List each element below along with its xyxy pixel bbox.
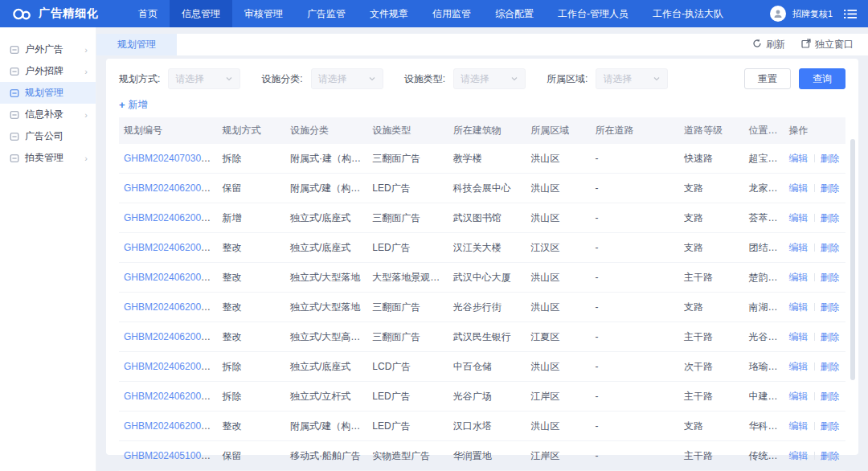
edit-link[interactable]: 编辑 bbox=[789, 331, 809, 342]
sidebar-item-0[interactable]: 户外广告› bbox=[0, 39, 96, 60]
cell-operations: 编辑删除 bbox=[784, 412, 845, 441]
cell-location: 超宝工... bbox=[743, 144, 784, 174]
reset-button[interactable]: 重置 bbox=[744, 68, 791, 89]
delete-link[interactable]: 删除 bbox=[821, 272, 840, 283]
column-header-1: 规划方式 bbox=[218, 117, 285, 144]
delete-link[interactable]: 删除 bbox=[821, 212, 840, 223]
username[interactable]: 招牌复核1 bbox=[792, 8, 833, 20]
plan-id-link[interactable]: GHBM202406200001 bbox=[124, 212, 217, 223]
sidebar-item-1[interactable]: 户外招牌› bbox=[0, 60, 96, 82]
cell-type: LED广告 bbox=[367, 412, 448, 441]
op-divider bbox=[814, 392, 815, 400]
table-header: 规划编号规划方式设施分类设施类型所在建筑物所属区域所在道路道路等级位置描...操… bbox=[119, 117, 845, 144]
search-button[interactable]: 查询 bbox=[799, 68, 845, 89]
edit-link[interactable]: 编辑 bbox=[789, 153, 809, 164]
plan-id-link[interactable]: GHBM202406200004 bbox=[124, 272, 217, 283]
edit-link[interactable]: 编辑 bbox=[789, 420, 809, 432]
edit-link[interactable]: 编辑 bbox=[789, 361, 809, 372]
sidebar-item-2[interactable]: 规划管理 bbox=[0, 82, 96, 104]
tab-planning-management[interactable]: 规划管理 bbox=[96, 34, 177, 55]
plan-id-link[interactable]: GHBM202406200003 bbox=[124, 242, 217, 253]
cell-road_level: 支路 bbox=[679, 293, 743, 322]
cell-type: 三翻面广告 bbox=[367, 322, 448, 352]
delete-link[interactable]: 删除 bbox=[821, 153, 840, 164]
op-divider bbox=[814, 452, 815, 460]
edit-link[interactable]: 编辑 bbox=[789, 301, 809, 313]
op-divider bbox=[814, 333, 815, 341]
info-supplement-icon bbox=[10, 110, 19, 120]
cell-mode: 整改 bbox=[218, 412, 285, 441]
refresh-button[interactable]: 刷新 bbox=[752, 38, 785, 51]
nav-item-6[interactable]: 综合配置 bbox=[483, 0, 546, 27]
nav-item-7[interactable]: 工作台-管理人员 bbox=[546, 0, 641, 27]
plan-id-link[interactable]: GHBM202406200008 bbox=[124, 391, 217, 402]
delete-link[interactable]: 删除 bbox=[821, 182, 840, 194]
sidebar-item-5[interactable]: 拍卖管理› bbox=[0, 147, 96, 169]
table-row: GHBM202406200003整改独立式/底座式LED广告汉江关大楼江汉区-支… bbox=[119, 233, 845, 263]
add-button[interactable]: + 新增 bbox=[119, 98, 148, 112]
cell-category: 独立式/大型落地 bbox=[285, 293, 367, 322]
chevron-down-icon bbox=[653, 72, 661, 86]
cell-building: 光谷广场 bbox=[448, 382, 526, 412]
main-content: 规划管理 刷新 bbox=[96, 27, 868, 471]
cell-operations: 编辑删除 bbox=[784, 144, 845, 174]
edit-link[interactable]: 编辑 bbox=[789, 272, 809, 283]
plan-id-link[interactable]: GHBM202406200007 bbox=[124, 361, 217, 372]
column-header-7: 道路等级 bbox=[679, 117, 743, 144]
refresh-icon bbox=[752, 39, 762, 51]
op-divider bbox=[814, 214, 815, 222]
table-scrollbar[interactable] bbox=[850, 139, 855, 380]
nav-item-5[interactable]: 信用监管 bbox=[420, 0, 483, 27]
delete-link[interactable]: 删除 bbox=[821, 301, 840, 313]
list-menu-icon[interactable] bbox=[844, 9, 857, 19]
edit-link[interactable]: 编辑 bbox=[789, 182, 809, 194]
edit-link[interactable]: 编辑 bbox=[789, 450, 809, 461]
filter-select-2[interactable]: 请选择 bbox=[453, 68, 526, 89]
nav-item-0[interactable]: 首页 bbox=[126, 0, 170, 27]
cell-operations: 编辑删除 bbox=[784, 352, 845, 382]
edit-link[interactable]: 编辑 bbox=[789, 391, 809, 402]
nav-item-4[interactable]: 文件规章 bbox=[358, 0, 420, 27]
delete-link[interactable]: 删除 bbox=[821, 450, 840, 461]
cell-district: 洪山区 bbox=[526, 352, 590, 382]
external-window-icon bbox=[801, 39, 811, 51]
plan-id-link[interactable]: GHBM202406200002 bbox=[124, 182, 217, 194]
filter-select-3[interactable]: 请选择 bbox=[596, 68, 668, 89]
sidebar-item-label: 规划管理 bbox=[25, 86, 63, 100]
user-avatar[interactable] bbox=[770, 6, 786, 22]
delete-link[interactable]: 删除 bbox=[821, 331, 840, 342]
cell-location: 龙家湾5... bbox=[743, 174, 784, 203]
edit-link[interactable]: 编辑 bbox=[789, 242, 809, 253]
nav-item-1[interactable]: 信息管理 bbox=[170, 0, 232, 27]
plan-id-link[interactable]: GHBM202405100002 bbox=[124, 450, 217, 461]
sidebar-item-4[interactable]: 广告公司 bbox=[0, 125, 96, 147]
delete-link[interactable]: 删除 bbox=[821, 242, 840, 253]
plan-id-link[interactable]: GHBM202407030001 bbox=[124, 153, 217, 164]
nav-item-8[interactable]: 工作台-执法大队 bbox=[641, 0, 735, 27]
cell-location: 团结路(... bbox=[743, 233, 784, 263]
standalone-window-button[interactable]: 独立窗口 bbox=[801, 38, 854, 51]
plan-id-link[interactable]: GHBM202406200009 bbox=[124, 420, 217, 432]
filter-select-1[interactable]: 请选择 bbox=[311, 68, 383, 89]
column-header-2: 设施分类 bbox=[285, 117, 367, 144]
outdoor-signboard-icon bbox=[10, 67, 19, 76]
cell-road_level: 次干路 bbox=[679, 352, 743, 382]
delete-link[interactable]: 删除 bbox=[821, 361, 840, 372]
filter-select-0[interactable]: 请选择 bbox=[168, 68, 240, 89]
cell-road_level: 快速路 bbox=[679, 144, 743, 174]
plan-id-link[interactable]: GHBM202406200006 bbox=[124, 331, 217, 342]
cell-operations: 编辑删除 bbox=[784, 233, 845, 263]
edit-link[interactable]: 编辑 bbox=[789, 212, 809, 223]
cell-mode: 拆除 bbox=[218, 144, 285, 174]
delete-link[interactable]: 删除 bbox=[821, 420, 840, 432]
nav-item-3[interactable]: 广告监管 bbox=[295, 0, 358, 27]
cell-building: 科技会展中心 bbox=[448, 174, 526, 203]
plan-id-link[interactable]: GHBM202406200005 bbox=[124, 301, 217, 313]
nav-item-2[interactable]: 审核管理 bbox=[232, 0, 295, 27]
cell-type: 三翻面广告 bbox=[367, 203, 448, 233]
sidebar-item-3[interactable]: 信息补录› bbox=[0, 104, 96, 125]
cell-mode: 保留 bbox=[218, 441, 285, 471]
delete-link[interactable]: 删除 bbox=[821, 391, 840, 402]
auction-icon bbox=[10, 154, 19, 163]
cell-road: - bbox=[591, 412, 679, 441]
